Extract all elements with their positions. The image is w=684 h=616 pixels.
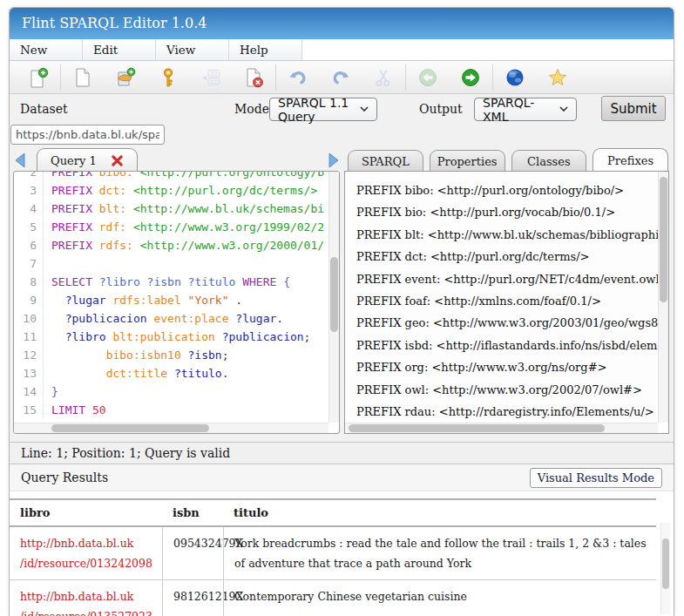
prefix-row[interactable]: PREFIX rdau: <http://rdaregistry.info/El… — [356, 401, 658, 423]
scrollbar-thumb[interactable] — [662, 538, 669, 589]
isbn-cell: 981261219X — [162, 580, 223, 616]
toolbar-group — [60, 64, 275, 91]
code-lines: 2PREFIX bibo: <http://purl.org/ontology/… — [14, 172, 328, 419]
resource-link[interactable]: http://bnb.data.bl.uk/id/resource/013527… — [20, 590, 152, 616]
prefixes-vertical-scrollbar[interactable] — [658, 172, 668, 423]
results-vertical-scrollbar[interactable] — [660, 523, 670, 614]
status-bar: Line: 1; Position: 1; Query is valid — [10, 442, 674, 464]
menu-item-edit[interactable]: Edit — [83, 39, 156, 60]
results-table-header: libroisbntitulo — [10, 498, 656, 527]
code-line: 14} — [14, 382, 328, 401]
new-query-icon[interactable] — [28, 67, 49, 88]
line-number: 3 — [14, 181, 44, 200]
tab-scroll-right-icon[interactable] — [327, 152, 341, 169]
code-line: 2PREFIX bibo: <http://purl.org/ontology/… — [14, 172, 328, 181]
code-line: 4PREFIX blt: <http://www.bl.uk/schemas/b… — [14, 200, 328, 218]
code-line: 15LIMIT 50 — [14, 401, 328, 419]
results-header: Query Results Visual Results Mode — [10, 464, 674, 491]
prefix-row[interactable]: PREFIX bibo: <http://purl.org/ontology/b… — [356, 179, 658, 201]
delete-document-icon[interactable] — [243, 67, 264, 88]
query-tabs-container: Query 1 — [27, 148, 138, 172]
code-line: 9 ?lugar rdfs:label "York" . — [14, 291, 328, 309]
globe-icon[interactable] — [505, 67, 525, 88]
output-label: Output — [419, 102, 463, 116]
prefix-row[interactable]: PREFIX isbd: <http://iflastandards.info/… — [356, 335, 658, 356]
editor-vertical-scrollbar[interactable] — [328, 172, 339, 423]
submit-button[interactable]: Submit — [601, 96, 666, 121]
prefix-row[interactable]: PREFIX geo: <http://www.w3.org/2003/01/g… — [356, 312, 658, 334]
line-number: 13 — [14, 364, 44, 382]
results-title: Query Results — [21, 470, 108, 484]
prefixes-horizontal-scrollbar[interactable] — [345, 423, 658, 433]
table-row: http://bnb.data.bl.uk/id/resource/013242… — [10, 527, 656, 580]
results-table-rows: http://bnb.data.bl.uk/id/resource/013242… — [10, 527, 656, 616]
scrollbar-thumb[interactable] — [660, 177, 667, 302]
query-tab[interactable]: Query 1 — [37, 148, 138, 172]
menu-item-help[interactable]: Help — [229, 39, 302, 60]
toolbar-group — [275, 64, 405, 91]
star-icon[interactable] — [547, 67, 568, 88]
code-text: PREFIX blt: <http://www.bl.uk/schemas/bi — [44, 200, 324, 218]
chevron-down-icon — [559, 106, 568, 112]
menu-item-new[interactable]: New — [10, 39, 83, 60]
window-title: Flint SPARQL Editor 1.0.4 — [10, 8, 674, 39]
dataset-label: Dataset — [20, 102, 68, 116]
key-icon[interactable] — [158, 67, 179, 88]
code-text: ?publicacion event:place ?lugar. — [44, 309, 283, 328]
query-editor[interactable]: 2PREFIX bibo: <http://purl.org/ontology/… — [13, 171, 340, 434]
output-select[interactable]: SPARQL-XML — [474, 98, 577, 121]
column-header-isbn: isbn — [162, 500, 223, 525]
app-window: Flint SPARQL Editor 1.0.4 NewEditViewHel… — [9, 7, 674, 616]
code-text: ?libro blt:publication ?publicacion; — [44, 328, 310, 346]
forward-icon[interactable] — [460, 67, 481, 88]
toolbar-group — [405, 64, 492, 91]
code-text: PREFIX bibo: <http://purl.org/ontology/b — [44, 172, 324, 181]
query-tab-strip: Query 1 — [13, 147, 341, 172]
scrollbar-thumb[interactable] — [349, 424, 605, 432]
tab-classes[interactable]: Classes — [511, 150, 587, 172]
code-line: 6PREFIX rdfs: <http://www.w3.org/2000/01… — [14, 236, 328, 254]
mode-select[interactable]: SPARQL 1.1 Query — [269, 98, 377, 121]
new-document-icon[interactable] — [72, 67, 93, 88]
menu-item-view[interactable]: View — [156, 39, 229, 60]
visual-results-mode-button[interactable]: Visual Results Mode — [530, 468, 662, 488]
resource-link[interactable]: http://bnb.data.bl.uk/id/resource/013242… — [20, 537, 152, 570]
tab-properties[interactable]: Properties — [430, 150, 505, 172]
code-text: dct:title ?titulo. — [44, 364, 229, 382]
redo-icon[interactable] — [330, 67, 351, 88]
line-number: 6 — [14, 236, 44, 254]
close-tab-icon[interactable] — [111, 154, 124, 167]
prefix-row[interactable]: PREFIX event: <http://purl.org/NET/c4dm/… — [356, 268, 658, 290]
code-line: 3PREFIX dct: <http://purl.org/dc/terms/> — [14, 181, 328, 200]
undo-icon[interactable] — [288, 67, 308, 88]
column-header-libro: libro — [10, 500, 162, 525]
chevron-down-icon — [360, 106, 369, 112]
results-body: libroisbntitulo http://bnb.data.bl.uk/id… — [10, 491, 674, 616]
mode-select-value: SPARQL 1.1 Query — [278, 96, 353, 124]
code-text: PREFIX dct: <http://purl.org/dc/terms/> — [44, 181, 317, 200]
prefix-row[interactable]: PREFIX blt: <http://www.bl.uk/schemas/bi… — [356, 224, 658, 246]
tab-prefixes[interactable]: Prefixes — [593, 148, 668, 172]
open-document-icon[interactable] — [115, 67, 136, 88]
code-text — [44, 254, 51, 273]
scrollbar-thumb[interactable] — [51, 424, 209, 432]
prefix-row[interactable]: PREFIX org: <http://www.w3.org/ns/org#> — [356, 356, 658, 378]
line-number: 15 — [14, 401, 44, 419]
prefix-row[interactable]: PREFIX foaf: <http://xmlns.com/foaf/0.1/… — [356, 290, 658, 312]
scrollbar-thumb[interactable] — [330, 257, 338, 332]
tab-sparql[interactable]: SPARQL — [348, 150, 423, 172]
editor-horizontal-scrollbar[interactable] — [14, 423, 328, 433]
line-number: 2 — [14, 172, 44, 181]
tab-scroll-left-icon[interactable] — [13, 152, 27, 169]
code-line: 12 bibo:isbn10 ?isbn; — [14, 346, 328, 364]
endpoint-input[interactable] — [10, 125, 165, 145]
datasets-icon — [200, 67, 221, 88]
side-panel-tabs: SPARQLPropertiesClassesPrefixes — [348, 148, 668, 172]
titulo-cell: York breadcrumbs : read the tale and fol… — [223, 527, 656, 579]
prefix-row[interactable]: PREFIX dct: <http://purl.org/dc/terms/> — [356, 246, 658, 267]
prefix-row[interactable]: PREFIX owl: <http://www.w3.org/2002/07/o… — [356, 379, 658, 401]
editor-viewport[interactable]: 2PREFIX bibo: <http://purl.org/ontology/… — [14, 172, 328, 423]
prefix-row[interactable]: PREFIX bio: <http://purl.org/vocab/bio/0… — [356, 201, 658, 223]
code-line: 13 dct:title ?titulo. — [14, 364, 328, 382]
code-text: PREFIX rdfs: <http://www.w3.org/2000/01/ — [44, 236, 324, 254]
